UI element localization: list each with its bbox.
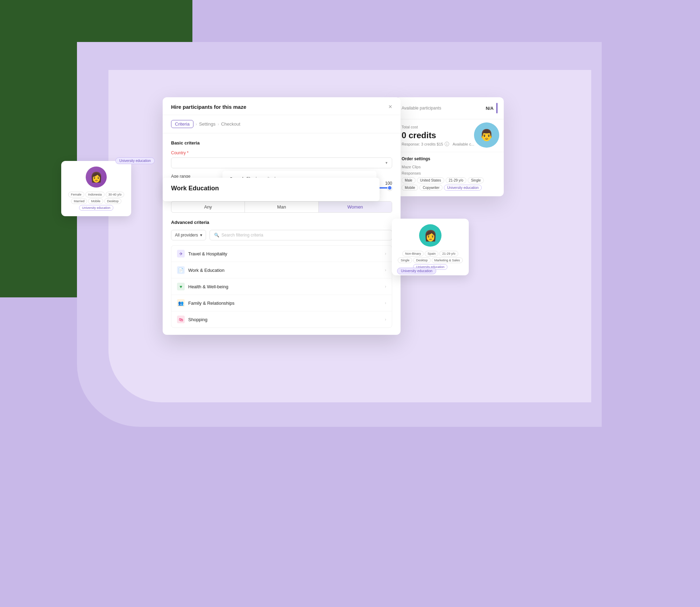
tag-indonesia: Indonesia	[85, 192, 105, 197]
tag-desktop-left: Desktop	[104, 198, 121, 204]
uni-label-right: University education	[397, 268, 436, 274]
sex-option-any[interactable]: Any	[171, 202, 245, 212]
range-handle[interactable]	[387, 185, 392, 190]
chevron-family-icon: ›	[385, 301, 386, 305]
tag-married: Married	[71, 198, 87, 204]
tag-age-br: 21-29 y/o	[439, 251, 458, 256]
tag-female: Female	[68, 192, 84, 197]
participant-card-left: 👩 Female Indonesia 30-40 y/o Married Mob…	[61, 161, 131, 216]
basic-criteria-title: Basic criteria	[171, 140, 392, 146]
avatar-img-male: 👨	[474, 122, 499, 148]
main-modal: Hire participants for this maze × Criter…	[163, 97, 401, 335]
category-list: ✈ Travel & Hospitality › 📄 Work & Educat…	[171, 245, 392, 328]
step-sep-1: ›	[196, 122, 197, 127]
order-settings-title: Order settings	[402, 156, 497, 161]
category-shopping[interactable]: 🛍 Shopping ›	[171, 311, 392, 327]
chevron-down-icon: ▾	[386, 161, 388, 165]
panel-header: Available participants N/A	[395, 97, 504, 119]
country-label: Country *	[171, 150, 392, 155]
card-tags-left: Female Indonesia 30-40 y/o Married Mobil…	[67, 192, 126, 211]
steps-nav: Criteria › Settings › Checkout	[163, 115, 401, 133]
tag-nonbinary: Non-Binary	[402, 251, 424, 256]
advanced-criteria-title: Advanced criteria	[171, 220, 392, 225]
tag-marketing: Marketing & Sales	[432, 257, 463, 263]
category-health-label: Health & Well-being	[188, 284, 228, 289]
modal-header: Hire participants for this maze ×	[163, 97, 401, 115]
chevron-provider-icon: ▾	[200, 233, 202, 238]
order-settings: Order settings Maze Clips Responses Male…	[395, 152, 504, 196]
tag-single: Single	[468, 177, 484, 183]
tag-copywriter: Copywriter	[419, 185, 443, 191]
age-max: 100	[385, 181, 392, 186]
sex-option-man[interactable]: Man	[245, 202, 318, 212]
step-sep-2: ›	[218, 122, 219, 127]
tag-age-left: 30-40 y/o	[106, 192, 125, 197]
category-family[interactable]: 👥 Family & Relationships ›	[171, 295, 392, 311]
tag-male: Male	[402, 177, 416, 183]
step-checkout[interactable]: Checkout	[221, 121, 240, 127]
sex-option-women[interactable]: Women	[319, 202, 392, 212]
search-placeholder: Search filtering criteria	[221, 233, 263, 238]
category-travel[interactable]: ✈ Travel & Hospitality ›	[171, 246, 392, 262]
info-icon: i	[445, 142, 449, 146]
work-education-title: Work Education	[171, 185, 371, 192]
advanced-header: All providers ▾ 🔍 Search filtering crite…	[171, 230, 392, 240]
chevron-work-icon: ›	[385, 268, 386, 273]
close-button[interactable]: ×	[388, 104, 392, 110]
modal-body: Basic criteria Country * ▾ Age range 18 …	[163, 133, 401, 335]
shopping-icon: 🛍	[177, 316, 185, 323]
tag-uni-right: University education	[444, 185, 482, 191]
maze-clips-label: Maze Clips	[402, 165, 420, 169]
avatar-left: 👩	[86, 167, 107, 188]
provider-label: All providers	[175, 233, 198, 238]
chevron-health-icon: ›	[385, 284, 386, 289]
tag-age-right: 21-29 y/o	[446, 177, 467, 183]
search-filter-input[interactable]: 🔍 Search filtering criteria	[210, 230, 392, 240]
sex-selector: Any Man Women	[171, 201, 392, 213]
chevron-travel-icon: ›	[385, 251, 386, 256]
uni-chip-left: University education	[115, 157, 155, 164]
work-education-overlay: Work Education	[163, 178, 380, 201]
category-family-label: Family & Relationships	[188, 301, 234, 306]
work-icon: 📄	[177, 266, 185, 274]
tag-us: United States	[417, 177, 444, 183]
tag-single-br: Single	[398, 257, 412, 263]
responses-label: Responses	[402, 171, 421, 175]
tag-mobile-right: Mobile	[402, 185, 418, 191]
family-icon: 👥	[177, 299, 185, 307]
participant-card-bottom-right: 👩 Non-Binary Spain 21-29 y/o Single Desk…	[392, 219, 469, 275]
travel-icon: ✈	[177, 250, 185, 257]
tag-uni-left: University education	[79, 205, 113, 211]
category-work-label: Work & Education	[188, 268, 225, 273]
health-icon: ♥	[177, 283, 185, 290]
tag-mobile-left: Mobile	[88, 198, 103, 204]
country-select[interactable]: ▾	[171, 157, 392, 168]
step-settings[interactable]: Settings	[199, 121, 215, 127]
category-health[interactable]: ♥ Health & Well-being ›	[171, 278, 392, 295]
available-participants-label: Available participants	[402, 106, 441, 111]
tag-desktop-br: Desktop	[413, 257, 430, 263]
category-shopping-label: Shopping	[188, 317, 207, 322]
category-travel-label: Travel & Hospitality	[188, 251, 227, 256]
na-value: N/A	[486, 106, 494, 111]
modal-title: Hire participants for this maze	[171, 104, 246, 110]
chevron-shopping-icon: ›	[385, 317, 386, 322]
card-tags-bottom-right: Non-Binary Spain 21-29 y/o Single Deskto…	[397, 251, 463, 270]
search-icon: 🔍	[214, 233, 219, 238]
provider-select[interactable]: All providers ▾	[171, 230, 206, 240]
avatar-male-right: 👨	[474, 122, 499, 148]
panel-divider	[496, 103, 497, 113]
category-work[interactable]: 📄 Work & Education ›	[171, 262, 392, 278]
avatar-bottom-right: 👩	[419, 224, 441, 247]
order-tags: Male United States 21-29 y/o Single Mobi…	[402, 177, 497, 191]
tag-spain: Spain	[425, 251, 438, 256]
step-criteria[interactable]: Criteria	[171, 120, 193, 128]
